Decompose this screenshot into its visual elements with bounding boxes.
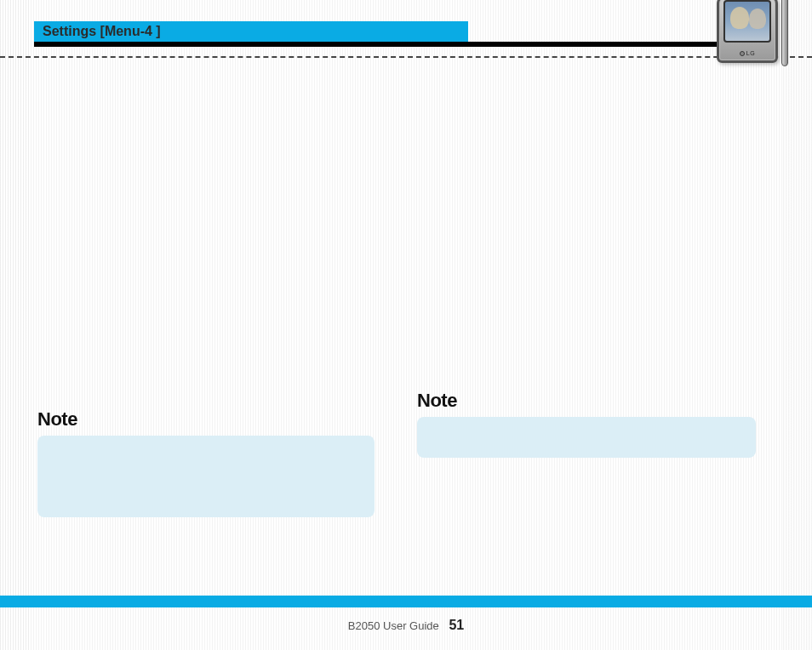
header-title-bar: Settings [Menu-4 ] [34,21,468,42]
phone-brand-text: LG [746,50,755,56]
header-title: Settings [Menu-4 ] [43,24,161,39]
footer-guide-label: B2050 User Guide [348,619,439,632]
page-texture-left [0,0,29,650]
page-content: Note Note [34,68,778,582]
phone-antenna-icon [781,0,788,66]
page-texture-right [783,0,812,650]
phone-illustration: LG [710,0,785,63]
page-header: Settings [Menu-4 ] [34,21,812,57]
note-block-left: Note [37,408,375,517]
note-box [417,417,756,458]
header-underline [34,42,778,47]
note-heading: Note [417,390,756,412]
note-block-right: Note [417,390,756,458]
header-dashed-rule [0,56,812,58]
note-heading: Note [37,408,375,430]
note-box [37,436,375,517]
footer-page-number: 51 [449,618,464,632]
phone-screen-icon [723,0,771,43]
phone-logo-dot-icon [740,51,745,56]
phone-brand-label: LG [710,50,785,56]
footer-accent-band [0,596,812,607]
page-footer: B2050 User Guide 51 [0,618,812,633]
